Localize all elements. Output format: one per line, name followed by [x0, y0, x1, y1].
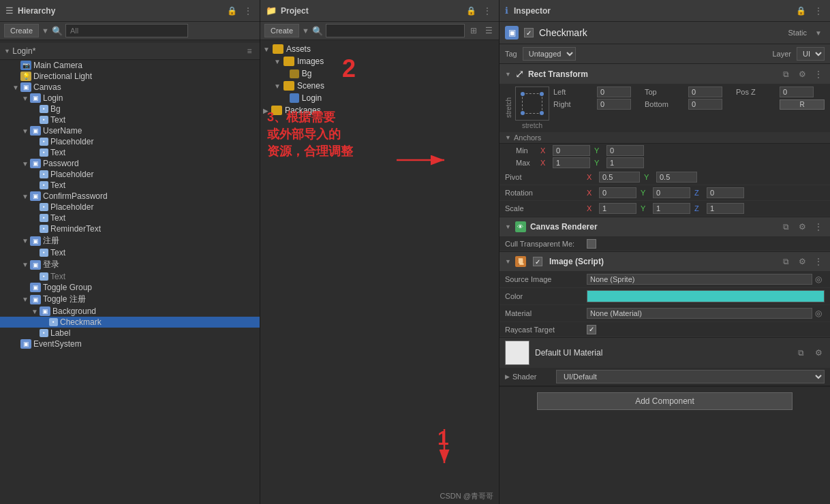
- object-active-checkbox[interactable]: [524, 28, 534, 37]
- rt-settings-icon[interactable]: ⚙: [796, 68, 808, 80]
- tree-item-togglegroup[interactable]: ▣ Toggle Group: [0, 282, 260, 293]
- cube-icon: ▣: [30, 159, 41, 168]
- tree-item-text3[interactable]: ▪ Text: [0, 180, 260, 191]
- rot-y-field[interactable]: [653, 187, 690, 198]
- pivot-y-field[interactable]: [656, 172, 697, 183]
- canvas-renderer-title: Canvas Renderer: [530, 222, 775, 232]
- scale-z-field[interactable]: [707, 203, 744, 214]
- bottom-field[interactable]: [688, 99, 722, 110]
- project-menu-icon[interactable]: ⋮: [481, 5, 493, 17]
- canvas-renderer-header[interactable]: ▼ 👁 Canvas Renderer ⧉ ⚙ ⋮: [499, 217, 830, 236]
- source-image-pick-icon[interactable]: ◎: [812, 273, 825, 285]
- project-search-input[interactable]: [326, 24, 465, 37]
- tree-item-placeholder1[interactable]: ▪ Placeholder: [0, 136, 260, 147]
- hierarchy-create-button[interactable]: Create: [4, 24, 39, 37]
- scale-x-field[interactable]: [599, 203, 636, 214]
- project-create-button[interactable]: Create: [264, 24, 299, 37]
- tree-item-checkmark[interactable]: ▪ Checkmark: [0, 317, 260, 328]
- right-field[interactable]: [597, 99, 631, 110]
- tree-item-label[interactable]: ▪ Label: [0, 328, 260, 338]
- packages-folder[interactable]: ▶ Packages: [260, 104, 499, 116]
- tree-item-text4[interactable]: ▪ Text: [0, 212, 260, 223]
- static-dropdown-icon[interactable]: ▼: [812, 27, 825, 39]
- project-icon1[interactable]: ⊞: [467, 25, 480, 37]
- pivot-x-field[interactable]: [599, 172, 640, 183]
- tree-item-login[interactable]: ▼ ▣ Login: [0, 93, 260, 104]
- hierarchy-menu-icon[interactable]: ⋮: [242, 5, 254, 17]
- tree-item-background[interactable]: ▼ ▣ Background: [0, 306, 260, 317]
- source-image-field[interactable]: [587, 274, 812, 285]
- tree-item-denglu[interactable]: ▼ ▣ 登录: [0, 258, 260, 271]
- inspector-lock-icon[interactable]: 🔒: [795, 5, 807, 17]
- cr-more-icon[interactable]: ⋮: [812, 221, 825, 233]
- folder-icon: [283, 57, 294, 66]
- tree-item-toggle-register[interactable]: ▼ ▣ Toggle 注册: [0, 293, 260, 306]
- project-icon2[interactable]: ☰: [482, 25, 495, 37]
- min-x-field[interactable]: [553, 145, 590, 156]
- hierarchy-search-input[interactable]: [65, 24, 188, 37]
- layer-dropdown[interactable]: UI: [797, 47, 825, 61]
- tree-item-eventsystem[interactable]: ▣ EventSystem: [0, 338, 260, 349]
- raycast-checkbox[interactable]: [587, 325, 596, 334]
- hierarchy-header: ☰ Hierarchy 🔒 ⋮: [0, 0, 260, 22]
- mat-copy-icon[interactable]: ⧉: [795, 347, 807, 359]
- material-field[interactable]: [587, 308, 812, 319]
- rot-x-field[interactable]: [599, 187, 636, 198]
- max-y-field[interactable]: [606, 157, 644, 168]
- cr-copy-icon[interactable]: ⧉: [780, 221, 792, 233]
- cull-checkbox[interactable]: [587, 239, 596, 249]
- tree-item-password[interactable]: ▼ ▣ Password: [0, 158, 260, 169]
- tag-dropdown[interactable]: Untagged: [523, 47, 576, 61]
- images-folder[interactable]: ▼ Images: [260, 55, 499, 67]
- min-y-field[interactable]: [606, 145, 644, 156]
- tree-item-bg[interactable]: ▪ Bg: [0, 104, 260, 114]
- project-lock-icon[interactable]: 🔒: [465, 5, 477, 17]
- rect-transform-header[interactable]: ▼ ⤢ Rect Transform ⧉ ⚙ ⋮: [499, 64, 830, 84]
- login-scene-item[interactable]: Login: [260, 92, 499, 104]
- img-copy-icon[interactable]: ⧉: [780, 255, 792, 268]
- image-enabled-checkbox[interactable]: [533, 257, 542, 266]
- tree-item-username[interactable]: ▼ ▣ UserName: [0, 125, 260, 136]
- bg-item[interactable]: Bg: [260, 67, 499, 80]
- anchor-box[interactable]: [515, 86, 549, 121]
- tree-item-text6[interactable]: ▪ Text: [0, 271, 260, 282]
- material-pick-icon[interactable]: ◎: [812, 307, 825, 319]
- scenes-folder[interactable]: ▼ Scenes: [260, 80, 499, 92]
- tree-item-text1[interactable]: ▪ Text: [0, 114, 260, 125]
- mat-settings-icon[interactable]: ⚙: [812, 347, 825, 359]
- tree-item-placeholder3[interactable]: ▪ Placeholder: [0, 202, 260, 212]
- rt-more-icon[interactable]: ⋮: [812, 68, 825, 80]
- x-label: X: [587, 173, 595, 181]
- material-row: Material ◎: [499, 305, 830, 322]
- left-field[interactable]: [597, 86, 631, 97]
- hierarchy-lock-icon[interactable]: 🔒: [226, 5, 238, 17]
- img-settings-icon[interactable]: ⚙: [796, 255, 808, 268]
- tree-item-placeholder2[interactable]: ▪ Placeholder: [0, 169, 260, 180]
- r-button[interactable]: R: [780, 99, 825, 110]
- material-swatch[interactable]: [505, 341, 529, 365]
- tree-item-remindertext[interactable]: ▪ ReminderText: [0, 223, 260, 234]
- small-cube-icon: ▪: [40, 181, 48, 189]
- color-swatch[interactable]: [587, 290, 825, 302]
- tree-item-text2[interactable]: ▪ Text: [0, 147, 260, 158]
- max-x-field[interactable]: [553, 157, 590, 168]
- tree-item-confirmpassword[interactable]: ▼ ▣ ConfirmPassword: [0, 191, 260, 202]
- assets-folder[interactable]: ▼ Assets: [260, 43, 499, 55]
- rt-copy-icon[interactable]: ⧉: [780, 68, 792, 80]
- cr-settings-icon[interactable]: ⚙: [796, 221, 808, 233]
- tree-item-main-camera[interactable]: 📷 Main Camera: [0, 60, 260, 71]
- tree-item-register[interactable]: ▼ ▣ 注册: [0, 234, 260, 247]
- tree-item-text5[interactable]: ▪ Text: [0, 247, 260, 258]
- tree-item-canvas[interactable]: ▼ ▣ Canvas: [0, 82, 260, 93]
- tree-item-directional-light[interactable]: 💡 Directional Light: [0, 71, 260, 82]
- rot-z-field[interactable]: [707, 187, 744, 198]
- scene-options-icon[interactable]: ≡: [243, 45, 256, 57]
- scale-y-field[interactable]: [653, 203, 690, 214]
- top-field[interactable]: [688, 86, 722, 97]
- image-script-header[interactable]: ▼ 📜 Image (Script) ⧉ ⚙ ⋮: [499, 252, 830, 271]
- inspector-menu-icon[interactable]: ⋮: [812, 5, 825, 17]
- add-component-button[interactable]: Add Component: [537, 392, 793, 410]
- shader-dropdown[interactable]: UI/Default: [556, 370, 825, 383]
- img-more-icon[interactable]: ⋮: [812, 255, 825, 268]
- posz-field[interactable]: [780, 86, 814, 97]
